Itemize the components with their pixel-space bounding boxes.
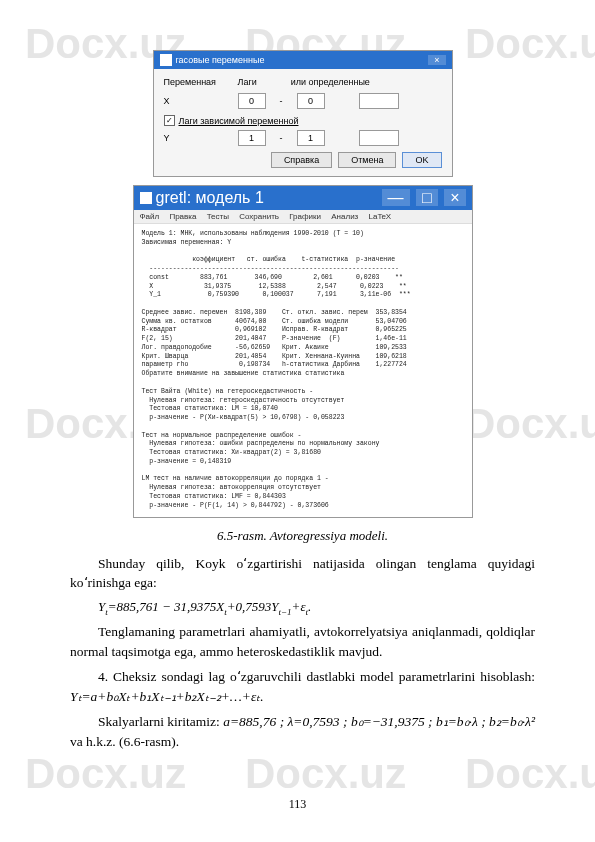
gretl-titlebar: gretl: модель 1 — □ × — [134, 186, 472, 210]
col-specific: или определенные — [291, 77, 370, 87]
menubar: Файл Правка Тесты Сохранить Графики Анал… — [134, 210, 472, 224]
minimize-icon[interactable]: — — [382, 189, 410, 206]
page-number: 113 — [0, 797, 595, 812]
var-y-label: Y — [164, 133, 224, 143]
window-icon — [140, 192, 152, 204]
menu-edit[interactable]: Правка — [169, 212, 196, 221]
col-lags: Лаги — [238, 77, 257, 87]
y-row: Y 1 - 1 — [164, 130, 442, 146]
figure-caption: 6.5-rasm. Avtoregressiya modeli. — [70, 528, 535, 544]
model-output-text: Модель 1: МНК, использованы наблюдения 1… — [134, 224, 472, 517]
dialog-titlebar: гасовые переменные × — [154, 51, 452, 69]
dialog-title: гасовые переменные — [176, 55, 265, 65]
menu-latex[interactable]: LaTeX — [369, 212, 392, 221]
checkbox[interactable]: ✓ — [164, 115, 175, 126]
y-lag-from[interactable]: 1 — [238, 130, 266, 146]
lag-variables-dialog: гасовые переменные × Переменная Лаги или… — [153, 50, 453, 177]
y-specific[interactable] — [359, 130, 399, 146]
menu-analysis[interactable]: Анализ — [331, 212, 358, 221]
menu-tests[interactable]: Тесты — [207, 212, 229, 221]
header-row: Переменная Лаги или определенные — [164, 77, 442, 87]
paragraph-2: Tenglamaning parametrlari ahamiyatli, av… — [70, 622, 535, 661]
dash-sep: - — [280, 96, 283, 106]
scalar-definitions: a=885,76 ; λ=0,7593 ; b₀=−31,9375 ; b₁=b… — [223, 714, 535, 729]
close-icon[interactable]: × — [444, 189, 465, 206]
x-row: X 0 - 0 — [164, 93, 442, 109]
y-lag-to[interactable]: 1 — [297, 130, 325, 146]
formula-1: Yt=885,761 − 31,9375Xt+0,7593Yt−1+εt. — [98, 599, 535, 617]
dep-var-lags-checkbox-row: ✓ Лаги зависимой переменной — [164, 115, 442, 126]
dash-sep: - — [280, 133, 283, 143]
paragraph-4: Skalyarlarni kiritamiz: a=885,76 ; λ=0,7… — [70, 712, 535, 751]
menu-save[interactable]: Сохранить — [239, 212, 279, 221]
cancel-button[interactable]: Отмена — [338, 152, 396, 168]
var-x-label: X — [164, 96, 224, 106]
formula-2: Yₜ=a+b₀Xₜ+b₁Xₜ₋₁+b₂Xₜ₋₂+…+εₜ. — [70, 689, 264, 704]
paragraph-1: Shunday qilib, Koyk oʻzgartirishi natija… — [70, 554, 535, 593]
help-button[interactable]: Справка — [271, 152, 332, 168]
col-variable: Переменная — [164, 77, 224, 87]
x-lag-from[interactable]: 0 — [238, 93, 266, 109]
menu-file[interactable]: Файл — [140, 212, 160, 221]
window-icon — [160, 54, 172, 66]
maximize-icon[interactable]: □ — [416, 189, 438, 206]
x-specific[interactable] — [359, 93, 399, 109]
gretl-title: gretl: модель 1 — [156, 189, 264, 207]
checkbox-label: Лаги зависимой переменной — [179, 116, 299, 126]
ok-button[interactable]: OK — [402, 152, 441, 168]
close-icon[interactable]: × — [428, 55, 445, 65]
x-lag-to[interactable]: 0 — [297, 93, 325, 109]
menu-graphs[interactable]: Графики — [289, 212, 321, 221]
gretl-model-window: gretl: модель 1 — □ × Файл Правка Тесты … — [133, 185, 473, 518]
paragraph-3: 4. Cheksiz sondagi lag oʻzgaruvchili das… — [70, 667, 535, 706]
